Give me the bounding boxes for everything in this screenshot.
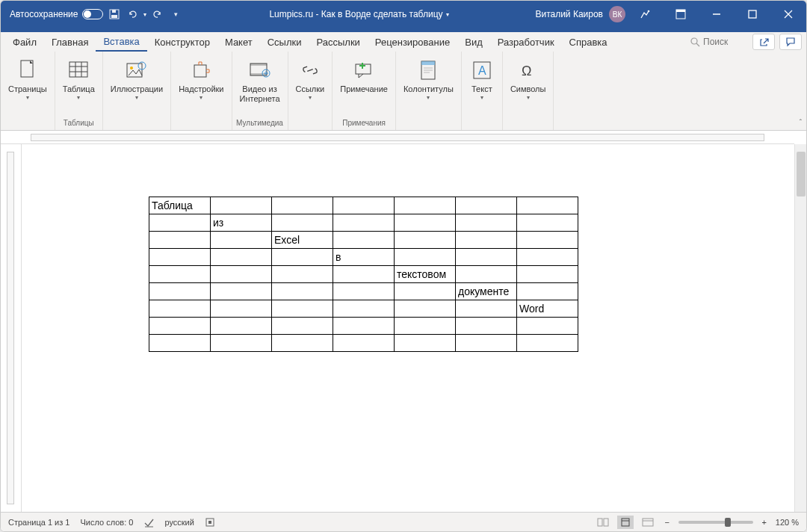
document-table[interactable]: ТаблицаизExcelвтекстовомдокументеWord: [149, 197, 578, 352]
comment-button[interactable]: Примечание: [336, 55, 392, 96]
symbols-button[interactable]: Ω Символы▾: [506, 55, 551, 103]
table-cell[interactable]: [149, 318, 211, 335]
macro-icon[interactable]: [205, 517, 215, 528]
undo-icon[interactable]: [126, 7, 139, 21]
spellcheck-icon[interactable]: [143, 517, 154, 528]
text-button[interactable]: A Текст▾: [465, 55, 499, 103]
table-cell[interactable]: Excel: [272, 232, 333, 249]
table-cell[interactable]: [456, 197, 517, 214]
table-cell[interactable]: [272, 266, 333, 283]
vertical-ruler[interactable]: [1, 144, 22, 512]
addins-button[interactable]: Надстройки▾: [174, 55, 228, 103]
table-button[interactable]: Таблица▾: [58, 55, 99, 103]
table-cell[interactable]: [517, 214, 578, 232]
share-button[interactable]: [752, 34, 775, 50]
zoom-in-button[interactable]: +: [759, 518, 770, 527]
document-page[interactable]: ТаблицаизExcelвтекстовомдокументеWord: [22, 144, 794, 512]
header-footer-button[interactable]: Колонтитулы▾: [399, 55, 458, 103]
search-input[interactable]: [703, 37, 748, 47]
tab-view[interactable]: Вид: [457, 34, 490, 51]
illustrations-button[interactable]: Иллюстрации▾: [106, 55, 167, 103]
table-cell[interactable]: [395, 318, 456, 335]
table-cell[interactable]: [333, 318, 395, 335]
table-cell[interactable]: [517, 335, 578, 352]
table-cell[interactable]: [149, 249, 211, 266]
table-cell[interactable]: Word: [517, 300, 578, 318]
table-cell[interactable]: [456, 214, 517, 232]
user-avatar[interactable]: ВК: [609, 6, 625, 22]
table-cell[interactable]: [517, 318, 578, 335]
tab-insert[interactable]: Вставка: [96, 33, 146, 52]
table-cell[interactable]: [395, 300, 456, 318]
table-cell[interactable]: [211, 335, 272, 352]
table-cell[interactable]: [456, 232, 517, 249]
table-cell[interactable]: в: [333, 249, 395, 266]
table-cell[interactable]: [211, 232, 272, 249]
table-cell[interactable]: [456, 266, 517, 283]
table-cell[interactable]: текстовом: [395, 266, 456, 283]
horizontal-ruler[interactable]: [1, 131, 794, 144]
maximize-button[interactable]: [736, 1, 769, 28]
table-cell[interactable]: [149, 335, 211, 352]
online-video-button[interactable]: Видео изИнтернета: [235, 55, 285, 105]
table-cell[interactable]: [272, 249, 333, 266]
tab-mailings[interactable]: Рассылки: [309, 34, 367, 51]
table-cell[interactable]: [456, 249, 517, 266]
search-box[interactable]: [690, 37, 748, 47]
table-cell[interactable]: [272, 283, 333, 300]
table-cell[interactable]: [395, 335, 456, 352]
table-cell[interactable]: [395, 249, 456, 266]
title-dropdown-icon[interactable]: ▾: [446, 11, 449, 18]
table-cell[interactable]: [517, 249, 578, 266]
table-cell[interactable]: [149, 283, 211, 300]
coming-soon-icon[interactable]: [628, 1, 661, 28]
zoom-out-button[interactable]: −: [662, 518, 672, 527]
zoom-percent[interactable]: 120 %: [776, 518, 799, 527]
minimize-button[interactable]: [700, 1, 733, 28]
table-cell[interactable]: [517, 266, 578, 283]
table-cell[interactable]: [456, 335, 517, 352]
table-cell[interactable]: [149, 232, 211, 249]
qat-customize-icon[interactable]: ▾: [169, 7, 182, 21]
table-cell[interactable]: [517, 283, 578, 300]
user-name[interactable]: Виталий Каиров: [535, 9, 603, 19]
table-cell[interactable]: [333, 300, 395, 318]
tab-design[interactable]: Конструктор: [147, 34, 217, 51]
read-mode-button[interactable]: [595, 516, 611, 529]
table-cell[interactable]: [395, 197, 456, 214]
table-cell[interactable]: документе: [456, 283, 517, 300]
tab-home[interactable]: Главная: [44, 34, 96, 51]
tab-review[interactable]: Рецензирование: [368, 34, 457, 51]
language-indicator[interactable]: русский: [164, 518, 194, 527]
table-cell[interactable]: [395, 232, 456, 249]
table-cell[interactable]: [395, 214, 456, 232]
table-cell[interactable]: [211, 249, 272, 266]
table-cell[interactable]: [211, 318, 272, 335]
zoom-slider[interactable]: [678, 521, 753, 524]
comments-button[interactable]: [779, 34, 802, 50]
table-cell[interactable]: [333, 283, 395, 300]
table-cell[interactable]: [517, 232, 578, 249]
table-cell[interactable]: [333, 266, 395, 283]
table-cell[interactable]: [211, 197, 272, 214]
table-cell[interactable]: [272, 214, 333, 232]
table-cell[interactable]: [333, 335, 395, 352]
tab-layout[interactable]: Макет: [217, 34, 260, 51]
table-cell[interactable]: [272, 335, 333, 352]
save-icon[interactable]: [108, 7, 121, 21]
table-cell[interactable]: [149, 266, 211, 283]
tab-help[interactable]: Справка: [562, 34, 615, 51]
table-cell[interactable]: [211, 300, 272, 318]
table-cell[interactable]: [333, 214, 395, 232]
table-cell[interactable]: [149, 300, 211, 318]
table-cell[interactable]: [272, 300, 333, 318]
page-indicator[interactable]: Страница 1 из 1: [8, 518, 69, 527]
table-cell[interactable]: Таблица: [149, 197, 211, 214]
table-cell[interactable]: [272, 318, 333, 335]
table-cell[interactable]: [333, 197, 395, 214]
table-cell[interactable]: [272, 197, 333, 214]
pages-button[interactable]: Страницы▾: [4, 55, 52, 103]
table-cell[interactable]: [395, 283, 456, 300]
vertical-scrollbar[interactable]: [794, 144, 806, 512]
redo-icon[interactable]: [151, 7, 164, 21]
